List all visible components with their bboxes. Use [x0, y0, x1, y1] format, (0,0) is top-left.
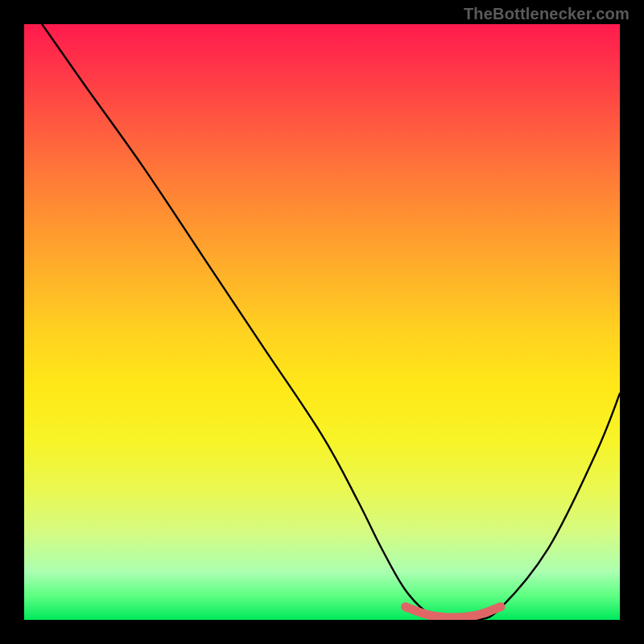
credit-label: TheBottlenecker.com — [464, 5, 630, 23]
bottleneck-curve — [42, 24, 620, 620]
chart-container: TheBottlenecker.com — [0, 0, 644, 644]
chart-svg — [24, 24, 620, 620]
highlight-segment — [406, 607, 501, 617]
plot-area — [24, 24, 620, 620]
